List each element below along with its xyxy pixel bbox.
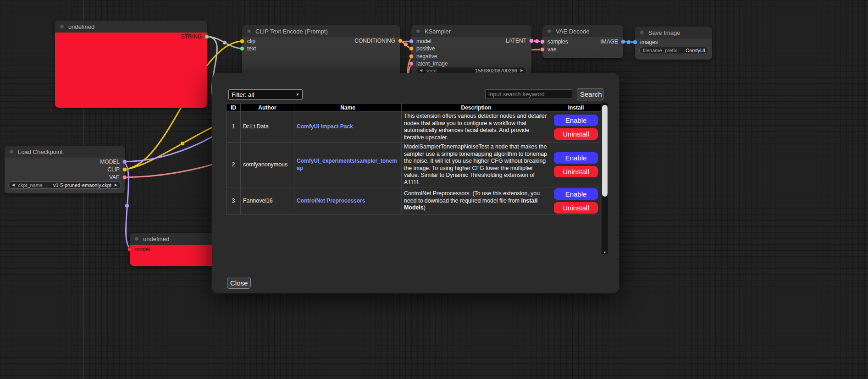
input-port-vae[interactable] [540,47,545,52]
node-title-bar[interactable]: Load Checkpoint [5,146,125,158]
collapse-dot[interactable] [547,28,552,34]
link-dot-image [627,40,631,44]
node-title-bar[interactable]: CLIP Text Encode (Prompt) [242,25,400,37]
cell-install: Enable Uninstall [551,187,601,215]
output-port-latent[interactable] [529,38,534,43]
description-text: ModelSamplerTonemapNoiseTest a node that… [404,143,547,186]
cell-id: 1 [227,112,241,143]
extension-link[interactable]: ControlNet Preprocessors [297,198,365,204]
input-port-latent-image[interactable] [409,61,414,66]
link-dot-model [125,204,129,208]
node-title-bar[interactable]: KSampler [411,25,531,37]
collapse-dot[interactable] [639,30,645,35]
uninstall-button[interactable]: Uninstall [554,202,598,214]
node-canvas[interactable]: undefined STRING CLIP Text Encode (Promp… [0,0,868,379]
collapse-dot[interactable] [9,149,14,154]
cell-description: This extension offers various detector n… [402,112,551,143]
cell-author: comfyanonymous [241,143,294,187]
search-input[interactable] [485,89,572,99]
output-port-model[interactable] [122,159,127,164]
cell-install: Enable Uninstall [551,112,601,143]
widget-right-arrow-icon[interactable]: ▶ [115,183,117,187]
output-port-vae[interactable] [122,175,127,180]
filter-select-wrap: Filter: all ▼ [228,89,303,100]
collapse-dot[interactable] [246,28,252,34]
input-label: positive [416,45,435,52]
widget-left-arrow-icon[interactable]: ◀ [420,69,422,72]
enable-button[interactable]: Enable [554,115,598,126]
filename-prefix-widget[interactable]: filename_prefix ComfyUI [639,47,709,54]
extensions-grid-panel: ID Author Name Description Install 1 Dr.… [226,103,608,254]
output-label: LATENT [506,38,526,44]
input-port-text[interactable] [240,46,244,51]
output-label: MODEL [100,159,120,165]
table-scrollbar[interactable]: ▼ [602,103,608,254]
node-title-bar[interactable]: Save Image [635,27,712,38]
filter-select[interactable]: Filter: all [228,89,303,100]
input-label: clip [247,38,255,44]
output-label: CONDITIONING [354,38,395,44]
input-port-clip[interactable] [240,39,244,44]
header-description: Description [402,104,551,112]
input-port-model[interactable] [409,39,414,44]
extension-link[interactable]: ComfyUI Impact Pack [297,123,353,130]
input-port-model[interactable] [127,247,132,252]
input-label: samples [547,38,568,45]
node-title-bar[interactable]: VAE Decode [542,25,623,37]
node-vae-decode[interactable]: VAE Decode samples vae IMAGE [542,25,623,58]
collapse-dot[interactable] [415,28,421,34]
output-port-string[interactable] [205,34,209,39]
output-port-clip[interactable] [122,167,127,172]
input-label: negative [416,53,437,60]
search-button[interactable]: Search [577,88,603,100]
widget-left-arrow-icon[interactable]: ◀ [12,183,15,187]
node-title-bar[interactable]: undefined [55,21,207,33]
widget-right-arrow-icon[interactable]: ▶ [520,69,523,72]
input-port-samples[interactable] [540,39,545,44]
description-text: ControlNet Preprocessors. (To use this e… [404,190,540,204]
enable-button[interactable]: Enable [554,188,598,200]
custom-nodes-manager-dialog: Filter: all ▼ Search ID Author Name Desc… [212,73,619,293]
input-port-images[interactable] [633,40,637,44]
widget-value: ComfyUI [686,48,705,53]
scrollbar-down-arrow-icon[interactable]: ▼ [602,251,608,254]
output-label: IMAGE [600,38,618,45]
cell-author: Dr.Lt.Data [241,112,294,143]
cell-author: Fannovel16 [241,187,294,215]
node-title: CLIP Text Encode (Prompt) [255,28,328,35]
link-dot-conditioning [404,43,408,47]
node-title: undefined [68,23,94,30]
node-load-checkpoint[interactable]: Load Checkpoint MODEL CLIP VAE ◀ ckpt_na… [5,146,125,193]
input-port-negative[interactable] [409,54,414,59]
collapse-dot[interactable] [59,24,65,29]
ckpt-name-widget[interactable]: ◀ ckpt_name v1-5-pruned-emaonly.ckpt ▶ [8,181,121,189]
extensions-table: ID Author Name Description Install 1 Dr.… [226,103,601,215]
cell-install: Enable Uninstall [551,143,601,187]
uninstall-button[interactable]: Uninstall [554,128,598,140]
output-port-conditioning[interactable] [398,38,403,43]
widget-label: filename_prefix [643,48,677,53]
uninstall-button[interactable]: Uninstall [554,166,598,177]
collapse-dot[interactable] [134,236,139,242]
header-id: ID [227,104,241,112]
description-tail: ) [424,204,426,211]
node-save-image[interactable]: Save Image images filename_prefix ComfyU… [635,27,712,60]
enable-button[interactable]: Enable [554,152,598,164]
widget-label: ckpt_name [18,182,43,188]
input-port-positive[interactable] [409,46,414,51]
widget-label: seed [426,68,437,73]
widget-value: 156680208700286 [475,68,517,73]
node-title: undefined [143,236,169,242]
input-label: latent_image [416,60,448,67]
input-label: vae [547,46,556,53]
output-port-image[interactable] [621,39,625,44]
cell-description: ModelSamplerTonemapNoiseTest a node that… [402,143,551,187]
table-row: 2 comfyanonymous ComfyUI_experiments/sam… [227,143,601,187]
link-dot-string [223,41,227,45]
scrollbar-thumb[interactable] [602,105,608,197]
close-button[interactable]: Close [227,277,251,289]
node-undefined-top[interactable]: undefined STRING [55,21,207,108]
extension-link[interactable]: ComfyUI_experiments/sampler_tonemap [297,158,397,171]
header-name: Name [294,104,402,112]
input-label: text [247,45,256,52]
